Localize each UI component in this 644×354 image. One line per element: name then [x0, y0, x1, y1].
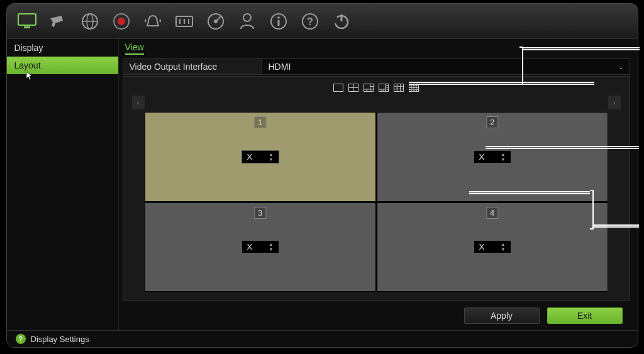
chevron-down-icon: ⌄ [618, 64, 623, 70]
cell-channel-select[interactable]: X ▲▼ [474, 240, 511, 253]
svg-rect-25 [364, 84, 374, 91]
nav-prev-button[interactable]: ‹ [132, 96, 145, 109]
spinner-icon: ▲▼ [501, 242, 506, 252]
info-icon[interactable] [269, 11, 289, 31]
cell-channel-value: X [479, 152, 485, 162]
nav-row: ‹ › [132, 96, 621, 109]
status-text: Display Settings [31, 335, 89, 344]
spinner-icon: ▲▼ [269, 152, 274, 162]
cell-channel-value: X [247, 242, 253, 252]
layout-2x2-icon[interactable] [348, 83, 359, 92]
layout-icon-bar [132, 82, 621, 96]
cell-number: 3 [254, 207, 266, 219]
layout-1plus7-icon[interactable] [378, 83, 389, 92]
cell-channel-select[interactable]: X ▲▼ [242, 240, 279, 253]
alarm-icon[interactable] [143, 11, 163, 31]
layout-1plus5-icon[interactable] [363, 83, 374, 92]
grid-cell-3[interactable]: 3 X ▲▼ [145, 202, 376, 292]
svg-rect-1 [24, 26, 30, 28]
record-icon[interactable] [111, 11, 131, 31]
video-output-row: Video Output Interface HDMI ⌄ [123, 58, 630, 75]
nav-next-button[interactable]: › [608, 96, 621, 109]
power-icon[interactable] [331, 11, 352, 31]
video-output-value: HDMI [269, 62, 291, 72]
cell-number: 1 [254, 116, 266, 128]
help-status-icon: ? [16, 334, 26, 344]
layout-3x3-icon[interactable] [393, 83, 404, 92]
settings-slider-icon[interactable] [174, 11, 194, 31]
cell-number: 2 [486, 116, 498, 128]
svg-rect-16 [277, 20, 279, 26]
content-area: Display Layout View Video Output Interfa… [7, 39, 638, 330]
svg-point-6 [118, 18, 125, 25]
layout-4x4-icon[interactable] [408, 83, 419, 92]
layout-1x1-icon[interactable] [333, 83, 344, 92]
spinner-icon: ▲▼ [269, 242, 274, 252]
grid-cell-4[interactable]: 4 X ▲▼ [377, 202, 608, 292]
mouse-cursor-icon [26, 71, 33, 83]
action-buttons: Apply Exit [121, 301, 631, 330]
camera-icon[interactable] [48, 11, 69, 31]
tab-view[interactable]: View [125, 42, 144, 55]
grid-cell-1[interactable]: 1 X ▲▼ [145, 112, 376, 202]
cell-channel-select[interactable]: X ▲▼ [474, 150, 511, 163]
help-icon[interactable]: ? [300, 11, 320, 31]
status-bar: ? Display Settings [7, 330, 638, 347]
svg-rect-38 [394, 84, 404, 91]
sidebar-item-display[interactable]: Display [7, 39, 118, 57]
sidebar-item-layout[interactable]: Layout [7, 57, 118, 74]
app-window: ? Display Layout View Video Output Inter… [6, 3, 638, 348]
svg-text:?: ? [307, 16, 313, 27]
apply-button[interactable]: Apply [464, 307, 540, 324]
cell-channel-select[interactable]: X ▲▼ [242, 150, 279, 163]
globe-icon[interactable] [80, 11, 100, 31]
sidebar-item-label: Layout [14, 60, 41, 70]
spinner-icon: ▲▼ [501, 152, 506, 162]
monitor-icon[interactable] [17, 11, 37, 31]
main-panel: View Video Output Interface HDMI ⌄ [119, 39, 638, 330]
svg-rect-0 [18, 14, 36, 25]
svg-rect-21 [334, 84, 343, 91]
video-output-select[interactable]: HDMI ⌄ [262, 59, 630, 74]
tab-header: View [121, 41, 631, 55]
exit-button[interactable]: Exit [547, 307, 623, 324]
cell-number: 4 [486, 207, 498, 219]
callout-bracket [590, 190, 594, 230]
main-toolbar: ? [7, 4, 638, 39]
grid-cell-2[interactable]: 2 X ▲▼ [377, 112, 608, 202]
cell-channel-value: X [247, 152, 253, 162]
sidebar: Display Layout [7, 39, 119, 330]
hdd-icon[interactable] [206, 11, 226, 31]
user-icon[interactable] [237, 11, 257, 31]
layout-area: ‹ › 1 X ▲▼ 2 X ▲▼ [123, 76, 630, 301]
video-output-label: Video Output Interface [123, 59, 262, 74]
svg-point-15 [277, 16, 280, 19]
callout-bracket [519, 47, 523, 85]
svg-point-13 [243, 14, 251, 21]
layout-grid: 1 X ▲▼ 2 X ▲▼ 3 [145, 112, 608, 292]
cell-channel-value: X [479, 242, 485, 252]
